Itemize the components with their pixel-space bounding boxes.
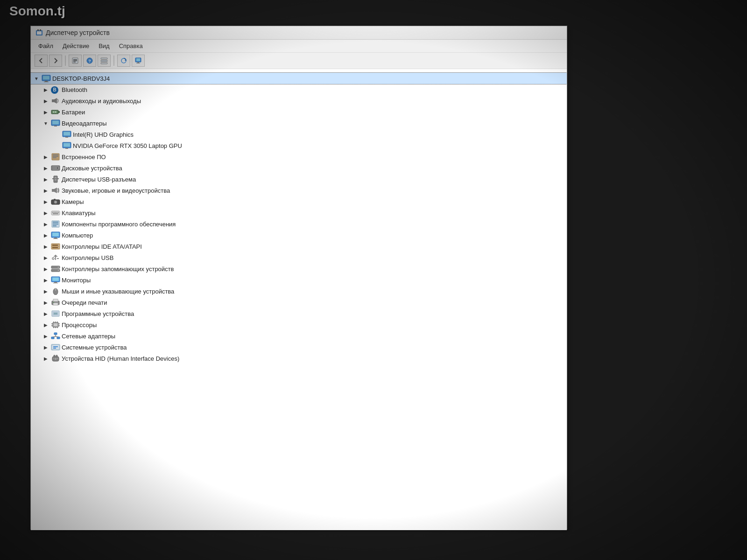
ide-expand[interactable]: ▶ (42, 243, 49, 250)
tree-item-ide[interactable]: ▶ Контроллеры IDE ATA/ATAPI (31, 241, 567, 252)
svg-rect-104 (51, 323, 53, 324)
storage-expand[interactable]: ▶ (42, 265, 49, 273)
menu-file[interactable]: Файл (35, 41, 57, 51)
svg-rect-33 (63, 132, 70, 136)
display-expand[interactable]: ▼ (42, 119, 49, 127)
svg-rect-99 (55, 322, 56, 322)
svg-rect-17 (136, 63, 140, 63)
tree-item-monitors[interactable]: ▶ Мониторы (31, 274, 567, 286)
menu-help[interactable]: Справка (115, 41, 147, 51)
svg-rect-50 (57, 178, 59, 179)
keyboards-expand[interactable]: ▶ (42, 209, 49, 217)
tree-view[interactable]: ▼ DESKTOP-BRDV3J4 ▶ B (31, 69, 567, 530)
cameras-expand[interactable]: ▶ (42, 198, 49, 205)
tree-item-cameras[interactable]: ▶ Камеры (31, 196, 567, 207)
sound-expand[interactable]: ▶ (42, 187, 49, 194)
back-button[interactable] (35, 55, 48, 67)
tree-item-network[interactable]: ▶ Сетевые адаптеры (31, 330, 567, 342)
svg-rect-10 (101, 58, 107, 59)
toolbar: ? (31, 53, 567, 69)
tree-item-firmware[interactable]: ▶ Встроенное ПО (31, 151, 567, 162)
svg-rect-86 (53, 283, 58, 283)
tree-item-computer[interactable]: ▶ Компьютер (31, 230, 567, 241)
computer-label: Компьютер (62, 232, 93, 239)
batteries-label: Батареи (62, 109, 85, 116)
svg-line-113 (56, 336, 58, 337)
system-expand[interactable]: ▶ (42, 343, 49, 351)
tree-item-usb-hub[interactable]: ▶ Диспетчеры USB-разъема (31, 174, 567, 185)
svg-rect-91 (53, 303, 58, 305)
svg-rect-45 (52, 168, 56, 168)
svg-rect-51 (52, 189, 54, 192)
svg-rect-72 (51, 244, 60, 249)
tree-item-software[interactable]: ▶ Компоненты программного обеспечения (31, 218, 567, 230)
tree-item-system[interactable]: ▶ Системные устройства (31, 342, 567, 353)
tree-item-display[interactable]: ▼ Видеоадаптеры (31, 118, 567, 129)
tree-item-mice[interactable]: ▶ Мыши и иные указывающие устройства (31, 286, 567, 297)
usb-ctrl-expand[interactable]: ▶ (42, 254, 49, 261)
tree-item-intel-gpu[interactable]: ▶ Intel(R) UHD Graphics (31, 129, 567, 140)
device-manager-window: Диспетчер устройств Файл Действие Вид Сп… (30, 26, 567, 530)
tree-item-usb-ctrl[interactable]: ▶ Контроллеры USB (31, 252, 567, 263)
toolbar-sep-2 (113, 56, 114, 66)
cpu-expand[interactable]: ▶ (42, 321, 49, 329)
toolbar-sep-1 (65, 56, 66, 66)
window-title: Диспетчер устройств (46, 29, 110, 36)
tree-item-batteries[interactable]: ▶ Батареи (31, 106, 567, 118)
forward-button[interactable] (49, 55, 62, 67)
svg-point-82 (58, 270, 59, 271)
bluetooth-expand[interactable]: ▶ (42, 86, 49, 93)
tree-item-cpu[interactable]: ▶ (31, 319, 567, 330)
print-expand[interactable]: ▶ (42, 299, 49, 306)
network-expand[interactable]: ▶ (42, 332, 49, 340)
menu-view[interactable]: Вид (95, 41, 113, 51)
audio-expand[interactable]: ▶ (42, 97, 49, 105)
display-icon (51, 119, 60, 127)
root-expand[interactable]: ▼ (33, 75, 40, 82)
hid-expand[interactable]: ▶ (42, 355, 49, 362)
mice-label: Мыши и иные указывающие устройства (62, 288, 174, 295)
tree-item-print[interactable]: ▶ Очереди печати (31, 297, 567, 308)
software-expand[interactable]: ▶ (42, 220, 49, 228)
tree-item-sound[interactable]: ▶ Звуковые, игровые и видеоустройства (31, 185, 567, 196)
help-button[interactable]: ? (83, 55, 96, 67)
svg-rect-41 (53, 157, 56, 158)
sound-label: Звуковые, игровые и видеоустройства (62, 187, 170, 194)
title-bar: Диспетчер устройств (31, 26, 567, 40)
print-icon (51, 299, 60, 306)
monitors-expand[interactable]: ▶ (42, 276, 49, 284)
firmware-expand[interactable]: ▶ (42, 153, 49, 161)
tree-item-hid[interactable]: ▶ Устройства HID (Human Interface Device… (31, 353, 567, 364)
audio-label: Аудиовходы и аудиовыходы (62, 98, 141, 105)
svg-rect-66 (53, 224, 58, 224)
scan-button[interactable] (117, 55, 130, 67)
svg-rect-105 (51, 325, 53, 326)
tree-item-audio[interactable]: ▶ Аудиовходы и аудиовыходы (31, 95, 567, 106)
root-node[interactable]: ▼ DESKTOP-BRDV3J4 (31, 73, 567, 84)
svg-rect-28 (55, 112, 56, 112)
svg-rect-90 (53, 299, 58, 301)
prog-expand[interactable]: ▶ (42, 310, 49, 317)
usb-hub-expand[interactable]: ▶ (42, 175, 49, 183)
batteries-expand[interactable]: ▶ (42, 108, 49, 116)
keyboards-icon (51, 209, 60, 217)
menu-action[interactable]: Действие (59, 41, 93, 51)
computer-expand[interactable]: ▶ (42, 231, 49, 239)
tree-item-keyboards[interactable]: ▶ Клавиатуры (31, 207, 567, 218)
tree-item-nvidia-gpu[interactable]: ▶ NVIDIA GeForce RTX 3050 Laptop GPU (31, 140, 567, 151)
svg-point-76 (58, 247, 59, 248)
svg-rect-56 (54, 199, 56, 200)
tree-item-bluetooth[interactable]: ▶ B Bluetooth (31, 84, 567, 95)
tree-item-disk[interactable]: ▶ Дисковые устройства (31, 162, 567, 174)
svg-rect-48 (55, 179, 56, 181)
usb-ctrl-icon (51, 254, 60, 261)
tree-item-prog-devices[interactable]: ▶ Программные устройства (31, 308, 567, 319)
svg-rect-40 (53, 156, 58, 157)
tree-button[interactable] (98, 55, 111, 67)
mice-expand[interactable]: ▶ (42, 287, 49, 295)
monitor-button[interactable] (132, 55, 145, 67)
tree-item-storage[interactable]: ▶ Контроллеры запоминающих устройств (31, 263, 567, 274)
properties-button[interactable] (69, 55, 82, 67)
svg-rect-34 (65, 137, 68, 138)
disk-expand[interactable]: ▶ (42, 164, 49, 172)
